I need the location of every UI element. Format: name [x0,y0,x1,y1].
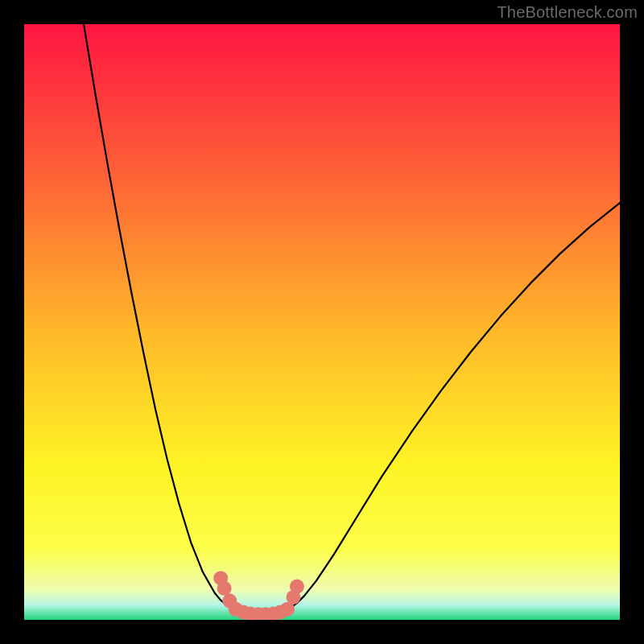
outer-frame: { "watermark": "TheBottleneck.com", "col… [0,0,644,644]
marker-left-markers-1 [217,581,232,596]
chart-background [24,24,620,620]
watermark-text: TheBottleneck.com [497,3,638,22]
marker-valley-markers-7 [280,602,295,617]
marker-right-markers-1 [290,580,304,594]
bottleneck-chart [24,24,620,620]
